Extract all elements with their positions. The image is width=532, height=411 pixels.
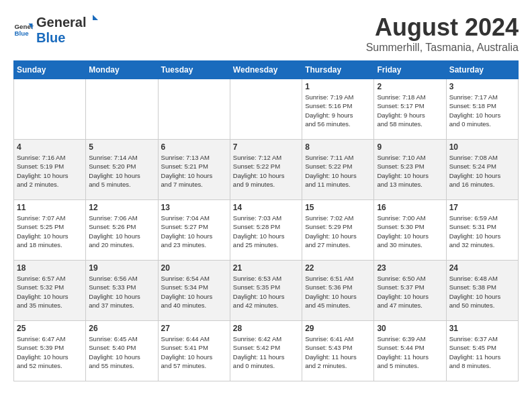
day-number: 27 <box>161 324 227 333</box>
day-number: 24 <box>449 263 515 273</box>
calendar-cell: 11Sunrise: 7:07 AMSunset: 5:25 PMDayligh… <box>14 200 86 261</box>
day-number: 2 <box>377 82 443 91</box>
calendar-cell: 30Sunrise: 6:39 AMSunset: 5:44 PMDayligh… <box>374 321 446 381</box>
calendar-cell <box>14 79 86 140</box>
day-info: Sunrise: 7:02 AMSunset: 5:29 PMDaylight:… <box>305 214 371 249</box>
calendar-week-4: 18Sunrise: 6:57 AMSunset: 5:32 PMDayligh… <box>14 261 519 321</box>
day-info: Sunrise: 7:04 AMSunset: 5:27 PMDaylight:… <box>161 214 227 249</box>
day-info: Sunrise: 6:44 AMSunset: 5:41 PMDaylight:… <box>161 334 227 370</box>
day-info: Sunrise: 6:37 AMSunset: 5:45 PMDaylight:… <box>449 334 515 370</box>
logo-bird-icon <box>86 13 99 27</box>
day-number: 17 <box>449 203 515 212</box>
calendar-cell: 6Sunrise: 7:13 AMSunset: 5:21 PMDaylight… <box>158 140 230 200</box>
calendar-cell: 7Sunrise: 7:12 AMSunset: 5:22 PMDaylight… <box>230 140 302 200</box>
day-number: 12 <box>89 203 154 212</box>
day-number: 15 <box>305 203 371 212</box>
day-info: Sunrise: 7:10 AMSunset: 5:23 PMDaylight:… <box>377 153 443 189</box>
day-info: Sunrise: 6:53 AMSunset: 5:35 PMDaylight:… <box>233 274 299 310</box>
day-header-tuesday: Tuesday <box>158 61 230 79</box>
calendar-cell: 31Sunrise: 6:37 AMSunset: 5:45 PMDayligh… <box>446 321 518 381</box>
day-info: Sunrise: 7:00 AMSunset: 5:30 PMDaylight:… <box>377 214 443 249</box>
day-info: Sunrise: 6:41 AMSunset: 5:43 PMDaylight:… <box>305 334 371 370</box>
day-info: Sunrise: 7:12 AMSunset: 5:22 PMDaylight:… <box>233 153 299 189</box>
day-number: 29 <box>305 324 371 333</box>
day-info: Sunrise: 6:39 AMSunset: 5:44 PMDaylight:… <box>377 334 443 370</box>
calendar-cell: 13Sunrise: 7:04 AMSunset: 5:27 PMDayligh… <box>158 200 230 261</box>
calendar-cell: 15Sunrise: 7:02 AMSunset: 5:29 PMDayligh… <box>302 200 374 261</box>
day-info: Sunrise: 6:48 AMSunset: 5:38 PMDaylight:… <box>449 274 515 310</box>
day-info: Sunrise: 6:54 AMSunset: 5:34 PMDaylight:… <box>161 274 227 310</box>
calendar-week-2: 4Sunrise: 7:16 AMSunset: 5:19 PMDaylight… <box>14 140 519 200</box>
day-info: Sunrise: 6:59 AMSunset: 5:31 PMDaylight:… <box>449 214 515 249</box>
day-number: 22 <box>305 263 371 273</box>
day-number: 7 <box>233 142 299 152</box>
calendar-table: SundayMondayTuesdayWednesdayThursdayFrid… <box>13 60 519 381</box>
day-number: 5 <box>89 142 154 152</box>
day-number: 30 <box>377 324 443 333</box>
day-info: Sunrise: 7:11 AMSunset: 5:22 PMDaylight:… <box>305 153 371 189</box>
day-number: 1 <box>305 82 371 91</box>
calendar-cell: 25Sunrise: 6:47 AMSunset: 5:39 PMDayligh… <box>14 321 86 381</box>
calendar-cell: 3Sunrise: 7:17 AMSunset: 5:18 PMDaylight… <box>446 79 518 140</box>
day-header-friday: Friday <box>374 61 446 79</box>
calendar-week-5: 25Sunrise: 6:47 AMSunset: 5:39 PMDayligh… <box>14 321 519 381</box>
day-info: Sunrise: 6:47 AMSunset: 5:39 PMDaylight:… <box>17 334 83 370</box>
day-info: Sunrise: 7:19 AMSunset: 5:16 PMDaylight:… <box>305 93 371 128</box>
day-info: Sunrise: 7:17 AMSunset: 5:18 PMDaylight:… <box>449 93 515 128</box>
logo-general-text: General <box>36 15 86 30</box>
calendar-cell <box>230 79 302 140</box>
calendar-cell: 28Sunrise: 6:42 AMSunset: 5:42 PMDayligh… <box>230 321 302 381</box>
day-info: Sunrise: 6:50 AMSunset: 5:37 PMDaylight:… <box>377 274 443 310</box>
day-info: Sunrise: 7:13 AMSunset: 5:21 PMDaylight:… <box>161 153 227 189</box>
calendar-cell: 8Sunrise: 7:11 AMSunset: 5:22 PMDaylight… <box>302 140 374 200</box>
day-number: 28 <box>233 324 299 333</box>
day-number: 3 <box>449 82 515 91</box>
day-info: Sunrise: 7:07 AMSunset: 5:25 PMDaylight:… <box>17 214 83 249</box>
calendar-cell: 10Sunrise: 7:08 AMSunset: 5:24 PMDayligh… <box>446 140 518 200</box>
svg-marker-3 <box>93 15 98 20</box>
calendar-week-1: 1Sunrise: 7:19 AMSunset: 5:16 PMDaylight… <box>14 79 519 140</box>
calendar-header-row: SundayMondayTuesdayWednesdayThursdayFrid… <box>14 61 519 79</box>
day-info: Sunrise: 7:14 AMSunset: 5:20 PMDaylight:… <box>89 153 154 189</box>
calendar-cell: 24Sunrise: 6:48 AMSunset: 5:38 PMDayligh… <box>446 261 518 321</box>
day-info: Sunrise: 7:06 AMSunset: 5:26 PMDaylight:… <box>89 214 154 249</box>
day-info: Sunrise: 6:57 AMSunset: 5:32 PMDaylight:… <box>17 274 83 310</box>
day-number: 31 <box>449 324 515 333</box>
calendar-cell: 21Sunrise: 6:53 AMSunset: 5:35 PMDayligh… <box>230 261 302 321</box>
day-number: 11 <box>17 203 83 212</box>
day-info: Sunrise: 6:56 AMSunset: 5:33 PMDaylight:… <box>89 274 154 310</box>
day-number: 25 <box>17 324 83 333</box>
calendar-cell: 9Sunrise: 7:10 AMSunset: 5:23 PMDaylight… <box>374 140 446 200</box>
svg-text:Blue: Blue <box>15 30 30 37</box>
logo-blue-text: Blue <box>36 30 65 45</box>
day-number: 14 <box>233 203 299 212</box>
main-title: August 2024 <box>366 13 519 42</box>
calendar-cell: 22Sunrise: 6:51 AMSunset: 5:36 PMDayligh… <box>302 261 374 321</box>
logo-icon: General Blue <box>13 19 34 40</box>
day-info: Sunrise: 7:18 AMSunset: 5:17 PMDaylight:… <box>377 93 443 128</box>
day-header-thursday: Thursday <box>302 61 374 79</box>
title-section: August 2024 Summerhill, Tasmania, Austra… <box>366 13 519 54</box>
day-info: Sunrise: 6:51 AMSunset: 5:36 PMDaylight:… <box>305 274 371 310</box>
day-info: Sunrise: 6:45 AMSunset: 5:40 PMDaylight:… <box>89 334 154 370</box>
calendar-cell <box>86 79 158 140</box>
day-number: 16 <box>377 203 443 212</box>
calendar-cell: 23Sunrise: 6:50 AMSunset: 5:37 PMDayligh… <box>374 261 446 321</box>
calendar-cell: 19Sunrise: 6:56 AMSunset: 5:33 PMDayligh… <box>86 261 158 321</box>
day-number: 26 <box>89 324 154 333</box>
calendar-cell: 12Sunrise: 7:06 AMSunset: 5:26 PMDayligh… <box>86 200 158 261</box>
calendar-cell <box>158 79 230 140</box>
logo: General Blue General Blue <box>13 13 99 46</box>
day-number: 6 <box>161 142 227 152</box>
calendar-cell: 1Sunrise: 7:19 AMSunset: 5:16 PMDaylight… <box>302 79 374 140</box>
day-number: 19 <box>89 263 154 273</box>
calendar-cell: 27Sunrise: 6:44 AMSunset: 5:41 PMDayligh… <box>158 321 230 381</box>
calendar-cell: 4Sunrise: 7:16 AMSunset: 5:19 PMDaylight… <box>14 140 86 200</box>
day-number: 23 <box>377 263 443 273</box>
calendar-cell: 14Sunrise: 7:03 AMSunset: 5:28 PMDayligh… <box>230 200 302 261</box>
day-number: 21 <box>233 263 299 273</box>
calendar-cell: 16Sunrise: 7:00 AMSunset: 5:30 PMDayligh… <box>374 200 446 261</box>
day-info: Sunrise: 7:16 AMSunset: 5:19 PMDaylight:… <box>17 153 83 189</box>
day-number: 20 <box>161 263 227 273</box>
day-header-monday: Monday <box>86 61 158 79</box>
